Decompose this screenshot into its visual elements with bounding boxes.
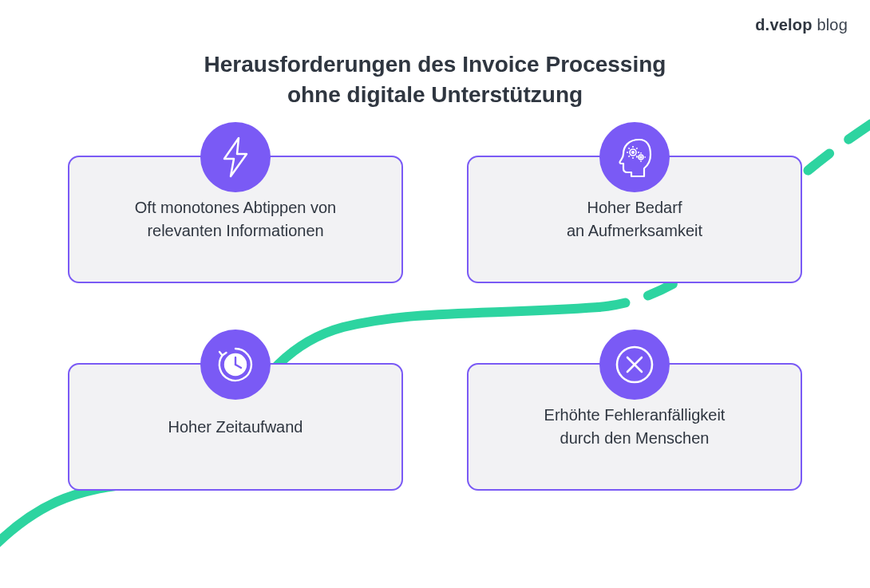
svg-line-8 — [636, 148, 637, 148]
card-attention: Hoher Bedarf an Aufmerksamkeit — [467, 156, 802, 283]
title-line-2: ohne digitale Unterstützung — [0, 80, 870, 110]
title-line-1: Herausforderungen des Invoice Processing — [0, 49, 870, 80]
clock-arrow-icon — [200, 330, 271, 400]
card-text: Erhöhte Fehleranfälligkeit durch den Men… — [544, 404, 726, 450]
lightning-icon — [200, 122, 271, 192]
card-errors: Erhöhte Fehleranfälligkeit durch den Men… — [467, 363, 802, 491]
card-line-1: Hoher Bedarf — [567, 196, 702, 219]
brand-light: blog — [813, 16, 848, 34]
card-time: Hoher Zeitaufwand — [68, 363, 403, 491]
card-line-2: an Aufmerksamkeit — [567, 219, 702, 243]
brand-logo: d.velop blog — [755, 16, 848, 34]
svg-line-9 — [628, 156, 629, 156]
svg-point-11 — [640, 156, 642, 158]
card-text: Hoher Bedarf an Aufmerksamkeit — [567, 196, 702, 243]
card-monotonous-typing: Oft monotones Abtippen von relevanten In… — [68, 156, 403, 283]
svg-line-6 — [628, 148, 629, 148]
card-line-2: durch den Menschen — [544, 427, 726, 450]
svg-point-1 — [632, 152, 635, 154]
head-gears-icon — [599, 122, 670, 192]
cards-grid: Oft monotones Abtippen von relevanten In… — [68, 156, 802, 491]
card-text: Hoher Zeitaufwand — [168, 416, 303, 439]
page-title: Herausforderungen des Invoice Processing… — [0, 49, 870, 110]
card-line-2: relevanten Informationen — [135, 219, 336, 243]
card-text: Oft monotones Abtippen von relevanten In… — [135, 196, 336, 243]
card-line-1: Erhöhte Fehleranfälligkeit — [544, 404, 726, 427]
cross-circle-icon — [599, 330, 670, 400]
card-line-1: Oft monotones Abtippen von — [135, 196, 336, 219]
card-line-1: Hoher Zeitaufwand — [168, 416, 303, 439]
brand-strong: d.velop — [755, 16, 812, 34]
